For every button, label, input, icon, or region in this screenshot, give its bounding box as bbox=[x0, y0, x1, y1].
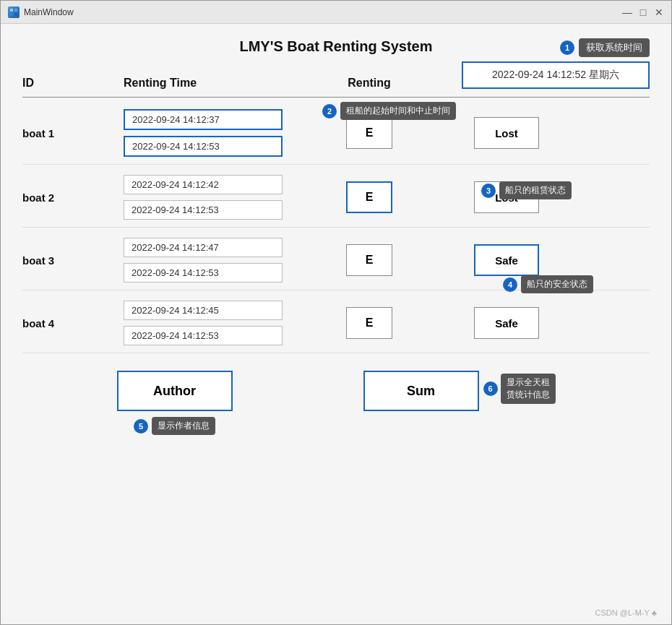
annotation-4: 4 船只的安全状态 bbox=[503, 275, 593, 293]
status-btn-1[interactable]: Lost bbox=[474, 117, 539, 149]
status-cell-3: Safe 4 船只的安全状态 bbox=[427, 244, 586, 276]
renting-btn-1[interactable]: E bbox=[346, 117, 392, 149]
time-start-2: 2022-09-24 14:12:42 bbox=[124, 175, 283, 194]
annotation-3-label: 船只的租赁状态 bbox=[499, 181, 572, 199]
annotation-6-label: 显示全天租赁统计信息 bbox=[501, 374, 556, 404]
content-area: LMY'S Boat Renting System 1 获取系统时间 2022-… bbox=[1, 24, 671, 624]
time-end-3: 2022-09-24 14:12:53 bbox=[124, 263, 283, 283]
sum-button[interactable]: Sum bbox=[363, 371, 479, 411]
annotation-3-num: 3 bbox=[481, 184, 496, 198]
system-time-annotation: 1 获取系统时间 bbox=[560, 38, 650, 57]
row-id-3: boat 3 bbox=[22, 254, 124, 267]
time-start-1: 2022-09-24 14:12:37 bbox=[124, 109, 283, 130]
author-button[interactable]: Author bbox=[117, 371, 233, 411]
renting-cell-1: E bbox=[311, 117, 427, 149]
row-id-2: boat 2 bbox=[22, 191, 124, 204]
time-end-2: 2022-09-24 14:12:53 bbox=[124, 200, 283, 220]
sum-btn-wrap: Sum 6 显示全天租赁统计信息 bbox=[363, 371, 556, 411]
renting-btn-3[interactable]: E bbox=[346, 244, 392, 276]
annotation-4-label: 船只的安全状态 bbox=[521, 275, 593, 293]
title-bar: MainWindow — □ ✕ bbox=[1, 1, 671, 24]
table-row: boat 2 2022-09-24 14:12:42 2022-09-24 14… bbox=[22, 169, 650, 228]
renting-btn-4[interactable]: E bbox=[346, 307, 392, 339]
row-id-4: boat 4 bbox=[22, 317, 124, 329]
col-header-renting-time: Renting Time bbox=[124, 77, 311, 90]
maximize-button[interactable]: □ bbox=[638, 7, 648, 17]
annotation-6: 6 显示全天租赁统计信息 bbox=[483, 371, 556, 404]
status-cell-4: Safe bbox=[427, 307, 586, 339]
renting-btn-2[interactable]: E bbox=[346, 181, 392, 213]
renting-cell-4: E bbox=[311, 307, 427, 339]
svg-rect-2 bbox=[10, 13, 13, 16]
table-row: boat 3 2022-09-24 14:12:47 2022-09-24 14… bbox=[22, 232, 650, 290]
time-start-4: 2022-09-24 14:12:45 bbox=[124, 301, 283, 320]
datetime-display: 2022-09-24 14:12:52 星期六 bbox=[462, 61, 650, 89]
annotation-5-label: 显示作者信息 bbox=[152, 417, 215, 435]
annotation-5-num: 5 bbox=[134, 419, 148, 434]
close-button[interactable]: ✕ bbox=[654, 7, 664, 17]
title-bar-left: MainWindow bbox=[8, 7, 74, 18]
table-body: boat 1 2022-09-24 14:12:37 2022-09-24 14… bbox=[22, 103, 650, 353]
row-id-1: boat 1 bbox=[22, 127, 124, 139]
app-icon bbox=[8, 7, 20, 18]
top-right-section: 1 获取系统时间 2022-09-24 14:12:52 星期六 bbox=[462, 38, 650, 89]
main-window: MainWindow — □ ✕ LMY'S Boat Renting Syst… bbox=[0, 0, 672, 625]
status-cell-1: Lost bbox=[427, 117, 586, 149]
watermark: CSDN @L-M-Y ♣ bbox=[595, 608, 657, 617]
annotation-6-num: 6 bbox=[483, 382, 498, 396]
annotation-4-num: 4 bbox=[503, 277, 517, 292]
status-btn-3[interactable]: Safe bbox=[474, 244, 539, 276]
time-end-1: 2022-09-24 14:12:53 bbox=[124, 136, 283, 157]
time-cell-4: 2022-09-24 14:12:45 2022-09-24 14:12:53 bbox=[124, 301, 311, 345]
minimize-button[interactable]: — bbox=[622, 7, 632, 17]
col-header-id: ID bbox=[22, 77, 124, 90]
status-btn-4[interactable]: Safe bbox=[474, 307, 539, 339]
time-end-4: 2022-09-24 14:12:53 bbox=[124, 326, 283, 345]
svg-rect-1 bbox=[14, 9, 17, 12]
table-row: boat 1 2022-09-24 14:12:37 2022-09-24 14… bbox=[22, 103, 650, 165]
svg-rect-3 bbox=[14, 13, 17, 16]
annotation-3: 3 船只的租赁状态 bbox=[481, 181, 572, 199]
renting-cell-3: E bbox=[311, 244, 427, 276]
annotation-1-label: 获取系统时间 bbox=[579, 38, 650, 57]
time-cell-3: 2022-09-24 14:12:47 2022-09-24 14:12:53 bbox=[124, 238, 311, 283]
col-header-renting: Renting bbox=[311, 77, 427, 90]
annotation-1-num: 1 bbox=[560, 40, 574, 55]
bottom-section: Author 5 显示作者信息 Sum 6 显示全天租赁统计信息 bbox=[22, 359, 650, 442]
time-cell-2: 2022-09-24 14:12:42 2022-09-24 14:12:53 bbox=[124, 175, 311, 220]
table-row: boat 4 2022-09-24 14:12:45 2022-09-24 14… bbox=[22, 295, 650, 353]
renting-cell-2: E 3 船只的租赁状态 bbox=[311, 181, 427, 213]
svg-rect-0 bbox=[10, 9, 13, 12]
time-start-3: 2022-09-24 14:12:47 bbox=[124, 238, 283, 257]
window-title: MainWindow bbox=[24, 7, 74, 17]
annotation-2-label: 租船的起始时间和中止时间 bbox=[340, 102, 456, 120]
author-btn-wrap: Author 5 显示作者信息 bbox=[117, 371, 233, 435]
annotation-5: 5 显示作者信息 bbox=[134, 417, 215, 435]
annotation-2: 2 租船的起始时间和中止时间 bbox=[322, 102, 456, 120]
window-controls: — □ ✕ bbox=[622, 7, 664, 17]
time-cell-1: 2022-09-24 14:12:37 2022-09-24 14:12:53 … bbox=[124, 109, 311, 157]
annotation-2-num: 2 bbox=[322, 104, 337, 118]
